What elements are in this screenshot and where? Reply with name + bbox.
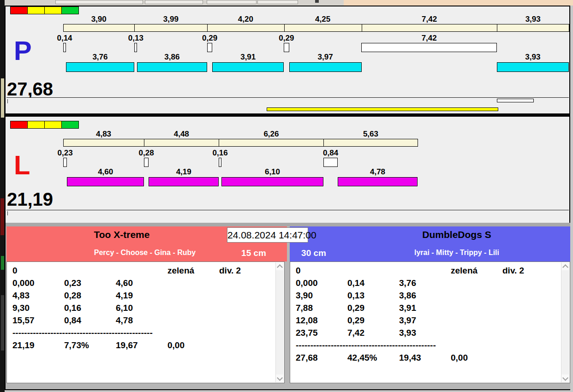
- start-light-1: [27, 121, 45, 129]
- result-cell: 0,28: [64, 291, 81, 301]
- run-number: 0: [12, 266, 18, 276]
- result-row: 0,0000,143,76: [296, 278, 561, 291]
- dog-run-label: 3,76: [85, 53, 115, 62]
- start-offset-box: [134, 43, 137, 52]
- result-cell: 0,16: [64, 303, 81, 313]
- result-cell: 9,30: [12, 303, 30, 313]
- division-label: div. 2: [502, 266, 524, 276]
- dog-run-bar: [497, 62, 569, 72]
- background-toolbar-segment: [55, 0, 143, 4]
- result-cell: 4,78: [116, 315, 133, 326]
- scroll-up-button[interactable]: [276, 262, 283, 270]
- start-light-1: [27, 6, 45, 14]
- divider-dashes: ----------------------------------------…: [12, 328, 153, 338]
- summary-cell: 21,19: [12, 340, 35, 350]
- status-label: zelená: [167, 266, 194, 276]
- result-cell: 23,75: [296, 328, 318, 338]
- section-separator: [6, 223, 570, 226]
- background-window-peach-area: [344, 0, 573, 6]
- division-label: div. 2: [219, 266, 241, 276]
- lane-p-label: P: [14, 38, 32, 64]
- summary-cell: 7,73%: [64, 340, 89, 350]
- start-light-2: [44, 121, 62, 129]
- split-time-segment: [362, 24, 498, 32]
- chevron-up-icon: [277, 264, 283, 270]
- result-row: 12,080,293,97: [296, 315, 561, 328]
- start-offset-box: [323, 158, 337, 167]
- split-time-segment: [219, 139, 324, 147]
- progress-marker-bar: [497, 99, 534, 102]
- result-cell: 0,29: [347, 303, 364, 313]
- background-window-left-edge: [0, 0, 5, 392]
- start-light-3: [61, 6, 79, 14]
- scroll-down-button[interactable]: [276, 374, 283, 382]
- start-offset-label: 7,42: [414, 34, 444, 43]
- dog-run-bar: [149, 177, 219, 186]
- start-offset-label: 0,23: [50, 148, 80, 158]
- background-toolbar-segment: [257, 0, 298, 4]
- result-cell: 4,83: [12, 291, 30, 301]
- dog-run-label: 3,86: [157, 53, 187, 62]
- datetime-display: 24.08.2024 14:47:00: [227, 227, 308, 243]
- dog-run-label: 4,19: [169, 167, 198, 177]
- split-time-label: 4,20: [207, 15, 284, 24]
- split-time-segment: [144, 139, 219, 147]
- dog-run-label: 3,93: [518, 53, 548, 62]
- scroll-down-button[interactable]: [561, 374, 569, 382]
- result-cell: 3,93: [399, 328, 416, 338]
- start-offset-box: [63, 43, 66, 52]
- dog-run-bar: [67, 177, 144, 186]
- dog-run-bar: [212, 62, 284, 72]
- lane-p-total-time: 27,68: [7, 80, 53, 98]
- result-cell: 3,91: [399, 303, 416, 313]
- start-offset-label: 0,13: [121, 34, 150, 43]
- dog-run-bar: [289, 62, 362, 72]
- result-cell: 4,19: [116, 291, 133, 301]
- summary-cell: 19,67: [116, 340, 138, 350]
- summary-row: 21,197,73%19,670,00: [12, 340, 275, 353]
- summary-cell: 27,68: [296, 353, 318, 363]
- result-row: 3,900,133,86: [296, 291, 561, 303]
- chevron-up-icon: [562, 264, 568, 270]
- result-cell: 3,97: [399, 315, 416, 326]
- scroll-up-button[interactable]: [561, 262, 569, 270]
- dog-run-bar: [221, 177, 323, 186]
- split-time-segment: [63, 24, 135, 32]
- start-offset-label: 0,28: [131, 148, 161, 158]
- split-time-segment: [63, 139, 144, 147]
- start-light-0: [10, 121, 28, 129]
- result-cell: 6,10: [116, 303, 133, 313]
- result-cell: 7,88: [296, 303, 313, 313]
- status-label: zelená: [451, 266, 478, 276]
- split-time-segment: [134, 24, 208, 32]
- split-time-segment: [207, 24, 284, 32]
- start-offset-label: 0,84: [316, 148, 346, 158]
- split-time-segment: [284, 24, 362, 32]
- result-cell: 12,08: [296, 315, 318, 326]
- summary-cell: 42,45%: [347, 353, 377, 363]
- result-row: 0,0000,234,60: [12, 278, 275, 291]
- background-window-tick: [315, 0, 319, 3]
- lane-l-label: L: [14, 152, 30, 178]
- result-cell: 0,13: [347, 291, 364, 301]
- background-toolbar-segment: [145, 0, 203, 4]
- start-offset-label: 0,29: [195, 34, 225, 43]
- team-left-table-scrollbar[interactable]: [275, 262, 284, 382]
- team-right-table-scrollbar[interactable]: [561, 262, 569, 382]
- table-header-row: 0zelenádiv. 2: [296, 266, 561, 278]
- team-right-results-table: 0zelenádiv. 20,0000,143,763,900,133,867,…: [290, 261, 570, 383]
- result-cell: 15,57: [12, 315, 35, 326]
- split-time-segment: [497, 24, 569, 32]
- team-right-dog-names: lyrai - Mitty - Trippy - Lili: [341, 249, 572, 257]
- start-offset-label: 0,16: [205, 148, 235, 158]
- result-cell: 3,86: [399, 291, 416, 301]
- result-row: 15,570,844,78: [12, 315, 275, 328]
- start-offset-box: [63, 158, 67, 167]
- result-row: 23,757,423,93: [296, 328, 561, 340]
- split-time-label: 3,90: [63, 15, 134, 24]
- result-cell: 0,29: [347, 315, 364, 326]
- text-cursor-tick: [7, 99, 8, 103]
- start-offset-box: [284, 43, 289, 52]
- lane-l-total-time: 21,19: [7, 190, 53, 208]
- result-cell: 0,23: [64, 278, 81, 288]
